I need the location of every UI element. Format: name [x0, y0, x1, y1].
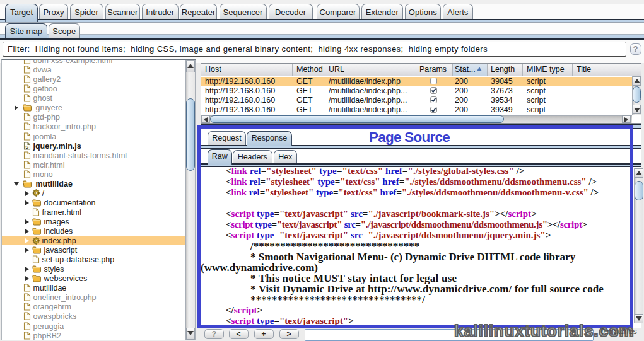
svg-text:s: s	[25, 143, 28, 149]
